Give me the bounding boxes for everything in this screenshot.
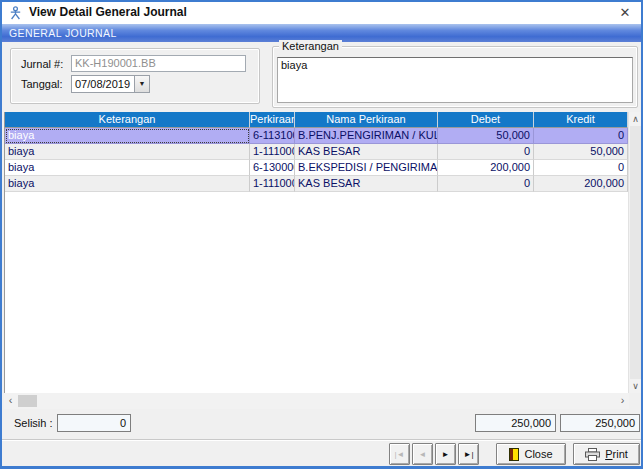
journal-detail-grid: Keterangan Perkiraan Nama Perkiraan Debe… <box>4 112 641 393</box>
cell-nama-perkiraan[interactable]: B.PENJ.PENGIRIMAN / KULI <box>295 128 438 144</box>
keterangan-label: Keterangan <box>279 40 342 53</box>
print-button[interactable]: Print <box>573 443 640 465</box>
scroll-down-icon[interactable]: ∨ <box>629 379 642 393</box>
table-row[interactable]: biaya 6-1300001 B.EKSPEDISI / PENGIRIMAN… <box>5 160 629 176</box>
printer-icon <box>585 448 600 461</box>
exit-door-icon <box>509 448 519 461</box>
cell-debet[interactable]: 50,000 <box>438 128 534 144</box>
table-row-selected[interactable]: biaya 6-1131001 B.PENJ.PENGIRIMAN / KULI… <box>5 128 629 144</box>
total-debet-field[interactable]: 250,000 <box>475 414 556 432</box>
app-icon <box>9 6 22 20</box>
cell-perkiraan[interactable]: 1-1110001 <box>250 144 295 160</box>
close-button[interactable]: Close <box>496 443 566 465</box>
column-header-kredit[interactable]: Kredit <box>534 112 628 128</box>
nav-last-button[interactable]: ►| <box>458 443 479 465</box>
column-header-debet[interactable]: Debet <box>438 112 534 128</box>
nav-first-button[interactable]: |◄ <box>389 443 410 465</box>
tanggal-value: 07/08/2019 <box>75 77 130 91</box>
scroll-right-icon[interactable]: › <box>616 393 629 409</box>
cell-keterangan[interactable]: biaya <box>5 160 250 176</box>
tanggal-label: Tanggal: <box>21 78 63 90</box>
table-row[interactable]: biaya 1-1110001 KAS BESAR 0 200,000 <box>5 176 629 192</box>
cell-debet[interactable]: 200,000 <box>438 160 534 176</box>
keterangan-textarea[interactable]: biaya <box>277 57 633 103</box>
tanggal-date-combobox[interactable]: 07/08/2019 ▼ <box>71 75 150 93</box>
title-bar[interactable]: View Detail General Journal ✕ <box>2 2 641 24</box>
close-button-label: Close <box>524 448 552 460</box>
cell-debet[interactable]: 0 <box>438 144 534 160</box>
scrollbar-corner <box>629 393 641 409</box>
cell-keterangan[interactable]: biaya <box>5 144 250 160</box>
nav-prev-button[interactable]: ◄ <box>412 443 433 465</box>
chevron-down-icon[interactable]: ▼ <box>134 76 149 92</box>
window-title: View Detail General Journal <box>29 5 187 19</box>
table-row[interactable]: biaya 1-1110001 KAS BESAR 0 50,000 <box>5 144 629 160</box>
horizontal-scrollbar-thumb[interactable] <box>18 395 37 407</box>
jurnal-label: Jurnal #: <box>21 58 63 70</box>
column-header-nama-perkiraan[interactable]: Nama Perkiraan <box>295 112 438 128</box>
print-button-label: Print <box>605 448 628 460</box>
nav-next-button[interactable]: ► <box>435 443 456 465</box>
view-detail-general-journal-dialog: View Detail General Journal ✕ GENERAL JO… <box>0 0 643 469</box>
cell-debet[interactable]: 0 <box>438 176 534 192</box>
scroll-up-icon[interactable]: ∧ <box>629 112 642 126</box>
cell-perkiraan[interactable]: 6-1131001 <box>250 128 295 144</box>
vertical-scrollbar-thumb[interactable] <box>630 126 641 379</box>
cell-kredit[interactable]: 0 <box>534 160 628 176</box>
cell-nama-perkiraan[interactable]: B.EKSPEDISI / PENGIRIMAN <box>295 160 438 176</box>
close-window-icon[interactable]: ✕ <box>616 4 634 22</box>
jurnal-number-field[interactable]: KK-H190001.BB <box>71 55 246 72</box>
cell-perkiraan[interactable]: 6-1300001 <box>250 160 295 176</box>
horizontal-scrollbar[interactable]: ‹ › <box>4 393 629 409</box>
cell-nama-perkiraan[interactable]: KAS BESAR <box>295 176 438 192</box>
total-kredit-field[interactable]: 250,000 <box>560 414 640 432</box>
vertical-scrollbar[interactable]: ∧ ∨ <box>628 112 641 393</box>
selisih-label: Selisih : <box>14 417 53 429</box>
cell-kredit[interactable]: 0 <box>534 128 628 144</box>
cell-perkiraan[interactable]: 1-1110001 <box>250 176 295 192</box>
cell-kredit[interactable]: 50,000 <box>534 144 628 160</box>
grid-header-row: Keterangan Perkiraan Nama Perkiraan Debe… <box>5 112 629 128</box>
keterangan-groupbox: Keterangan biaya <box>272 46 638 108</box>
journal-info-groupbox: Jurnal #: KK-H190001.BB Tanggal: 07/08/2… <box>10 48 260 104</box>
column-header-perkiraan[interactable]: Perkiraan <box>250 112 295 128</box>
selisih-field[interactable]: 0 <box>57 414 131 432</box>
footer-separator <box>2 439 641 441</box>
cell-nama-perkiraan[interactable]: KAS BESAR <box>295 144 438 160</box>
cell-keterangan[interactable]: biaya <box>5 176 250 192</box>
cell-kredit[interactable]: 200,000 <box>534 176 628 192</box>
scroll-left-icon[interactable]: ‹ <box>4 393 17 409</box>
column-header-keterangan[interactable]: Keterangan <box>5 112 250 128</box>
cell-keterangan[interactable]: biaya <box>5 128 250 144</box>
